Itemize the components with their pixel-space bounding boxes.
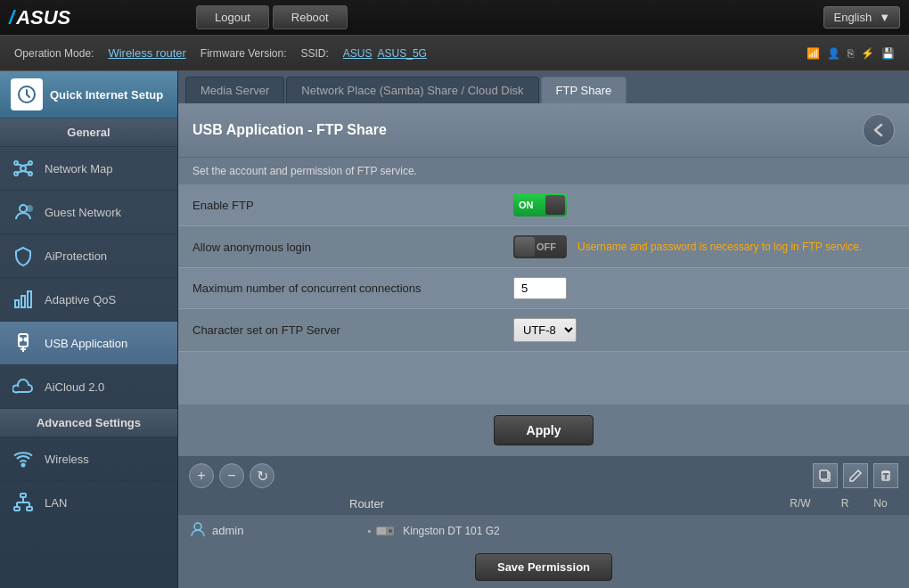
sidebar-item-lan[interactable]: LAN	[0, 481, 177, 525]
back-button[interactable]	[863, 114, 895, 146]
user-icon: 👤	[827, 47, 840, 60]
expand-icon[interactable]: ▪	[367, 525, 371, 537]
col-header-user	[189, 497, 349, 510]
drive-name: Kingston DT 101 G2	[403, 525, 500, 537]
logout-button[interactable]: Logout	[196, 5, 269, 29]
lan-icon	[11, 490, 36, 515]
aicloud-icon	[11, 374, 36, 399]
table-row: admin ▪ Kingston DT 101 G2	[178, 514, 909, 546]
sidebar-item-network-map[interactable]: Network Map	[0, 147, 177, 191]
svg-point-1	[20, 166, 26, 171]
toggle-off-knob	[515, 237, 535, 257]
svg-point-32	[389, 529, 392, 533]
remove-account-button[interactable]: −	[219, 463, 244, 488]
sidebar-item-adaptive-qos[interactable]: Adaptive QoS	[0, 278, 177, 322]
max-connections-input[interactable]	[513, 277, 567, 299]
tab-bar: Media Server Network Place (Samba) Share…	[178, 71, 909, 103]
user-icon	[189, 520, 207, 541]
form-row-max-connections: Maximum number of concurrent connections	[178, 268, 909, 309]
account-table-header: Router R/W R No	[178, 494, 909, 514]
anon-login-toggle[interactable]: OFF	[513, 235, 567, 258]
col-user-admin: admin	[189, 520, 349, 541]
sidebar-advanced-section: Advanced Settings	[0, 409, 177, 437]
sidebar-item-guest-network[interactable]: Guest Network	[0, 191, 177, 234]
ssid-label: SSID:	[301, 47, 329, 60]
info-bar: Operation Mode: Wireless router Firmware…	[0, 36, 909, 71]
admin-username: admin	[212, 524, 243, 537]
svg-rect-28	[882, 472, 889, 480]
adaptive-qos-icon	[11, 287, 36, 312]
panel-description: Set the account and permission of FTP se…	[178, 158, 909, 184]
operation-mode-value[interactable]: Wireless router	[108, 46, 185, 60]
firmware-label: Firmware Version:	[201, 47, 287, 60]
sidebar-item-guest-network-label: Guest Network	[45, 206, 121, 219]
svg-point-11	[27, 206, 32, 211]
quick-setup-icon	[11, 78, 43, 110]
tab-samba-share[interactable]: Network Place (Samba) Share / Cloud Disk	[286, 77, 538, 103]
enable-ftp-label: Enable FTP	[192, 199, 513, 212]
account-toolbar: + − ↻	[178, 458, 909, 494]
sidebar-item-wireless[interactable]: Wireless	[0, 437, 177, 481]
account-action-buttons: + − ↻	[189, 463, 274, 488]
svg-rect-27	[820, 470, 828, 479]
tab-media-server[interactable]: Media Server	[185, 77, 284, 103]
col-header-r: R	[827, 497, 863, 510]
panel-title: USB Application - FTP Share	[192, 122, 387, 138]
svg-rect-20	[14, 507, 20, 510]
content-area: Media Server Network Place (Samba) Share…	[178, 71, 909, 588]
delete-permission-button[interactable]	[873, 463, 898, 488]
edit-permission-button[interactable]	[843, 463, 868, 488]
sidebar-item-aicloud[interactable]: AiCloud 2.0	[0, 365, 177, 409]
svg-rect-14	[28, 291, 31, 307]
form-row-anon-login: Allow anonymous login OFF Username and p…	[178, 226, 909, 268]
max-connections-label: Maximum number of concurrent connections	[192, 282, 513, 295]
ssid-value[interactable]: ASUS	[343, 47, 373, 60]
reboot-button[interactable]: Reboot	[273, 5, 348, 29]
charset-select[interactable]: UTF-8 GBK BIG5	[513, 318, 577, 342]
charset-control: UTF-8 GBK BIG5	[513, 318, 577, 342]
apply-button[interactable]: Apply	[494, 415, 594, 445]
sidebar-item-network-map-label: Network Map	[45, 162, 113, 176]
language-selector[interactable]: English ▼	[823, 6, 900, 29]
anon-login-control: OFF Username and password is necessary t…	[513, 235, 862, 258]
apply-row: Apply	[178, 404, 909, 456]
main-panel: USB Application - FTP Share Set the acco…	[178, 103, 909, 588]
sidebar-item-aicloud-label: AiCloud 2.0	[45, 380, 104, 394]
signal-icon: 📶	[807, 47, 820, 60]
add-account-button[interactable]: +	[189, 463, 214, 488]
chevron-down-icon: ▼	[879, 11, 890, 24]
save-permission-row: Save Permission	[178, 546, 909, 588]
svg-rect-21	[27, 507, 32, 510]
sidebar-item-aiprotection[interactable]: AiProtection	[0, 234, 177, 278]
toggle-on-label: ON	[513, 200, 534, 210]
tab-ftp-share[interactable]: FTP Share	[541, 77, 627, 103]
form-row-charset: Character set on FTP Server UTF-8 GBK BI…	[178, 309, 909, 352]
sidebar-item-usb-application[interactable]: USB Application	[0, 322, 177, 365]
form-area: Enable FTP ON Allow anonymous login	[178, 184, 909, 404]
toggle-knob	[545, 195, 565, 215]
enable-ftp-control: ON	[513, 193, 567, 216]
sidebar-item-quick-setup[interactable]: Quick Internet Setup	[0, 71, 177, 118]
usb-icon: ⚡	[861, 47, 874, 60]
sidebar-item-adaptive-qos-label: Adaptive QoS	[45, 293, 116, 306]
sidebar-item-aiprotection-label: AiProtection	[45, 249, 107, 263]
main-layout: Quick Internet Setup General Network Map	[0, 71, 909, 588]
charset-label: Character set on FTP Server	[192, 323, 513, 337]
svg-point-29	[194, 523, 201, 530]
svg-rect-19	[20, 494, 26, 497]
ssid-5g-value[interactable]: ASUS_5G	[378, 47, 427, 60]
language-label: English	[833, 11, 872, 24]
enable-ftp-toggle[interactable]: ON	[513, 193, 567, 216]
save-permission-button[interactable]: Save Permission	[475, 553, 612, 581]
copy-permission-button[interactable]	[813, 463, 838, 488]
col-router-content: ▪ Kingston DT 101 G2	[349, 521, 774, 541]
svg-point-16	[20, 339, 22, 341]
anon-login-warning: Username and password is necessary to lo…	[577, 241, 862, 253]
max-connections-control	[513, 277, 567, 299]
svg-point-18	[22, 464, 25, 467]
refresh-account-button[interactable]: ↻	[250, 463, 274, 488]
svg-rect-31	[377, 527, 386, 535]
form-row-enable-ftp: Enable FTP ON	[178, 184, 909, 226]
usb-application-icon	[11, 331, 36, 355]
guest-network-icon	[11, 200, 36, 225]
